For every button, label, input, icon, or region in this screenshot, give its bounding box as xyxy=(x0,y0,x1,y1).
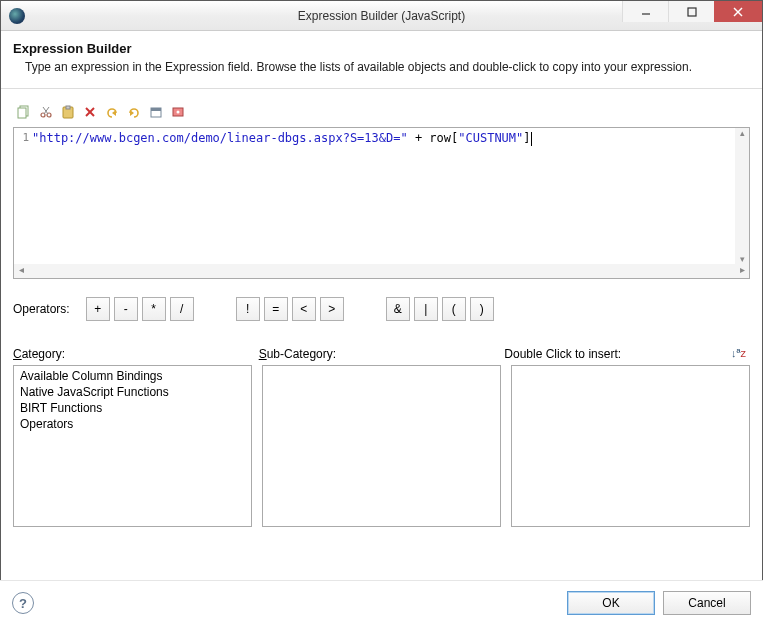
insert-label: Double Click to insert: ↓ªz xyxy=(504,347,750,361)
code-content[interactable]: "http://www.bcgen.com/demo/linear-dbgs.a… xyxy=(32,131,735,264)
validate-icon[interactable] xyxy=(169,103,187,121)
close-button[interactable] xyxy=(714,1,762,22)
subcategory-label: Sub-Category: xyxy=(259,347,505,361)
operators-label: Operators: xyxy=(13,302,70,316)
string-literal: "http://www.bcgen.com/demo/linear-dbgs.a… xyxy=(32,131,408,145)
undo-icon[interactable] xyxy=(103,103,121,121)
op-lparen[interactable]: ( xyxy=(442,297,466,321)
category-listbox[interactable]: Available Column BindingsNative JavaScri… xyxy=(13,365,252,527)
category-item[interactable]: Operators xyxy=(14,416,251,432)
category-item[interactable]: Available Column Bindings xyxy=(14,368,251,384)
svg-point-19 xyxy=(177,111,180,114)
dialog-header: Expression Builder Type an expression in… xyxy=(1,31,762,89)
editor-toolbar xyxy=(13,103,750,121)
list-labels-row: Category: Sub-Category: Double Click to … xyxy=(13,347,750,361)
cut-icon[interactable] xyxy=(37,103,55,121)
svg-marker-15 xyxy=(130,110,134,116)
svg-rect-5 xyxy=(18,108,26,118)
op-or[interactable]: | xyxy=(414,297,438,321)
copy-icon[interactable] xyxy=(15,103,33,121)
maximize-button[interactable] xyxy=(668,1,714,22)
redo-icon[interactable] xyxy=(125,103,143,121)
eclipse-icon xyxy=(9,8,25,24)
op-div[interactable]: / xyxy=(170,297,194,321)
text-caret xyxy=(531,132,532,146)
subcategory-listbox[interactable] xyxy=(262,365,501,527)
insert-listbox[interactable] xyxy=(511,365,750,527)
calendar-icon[interactable] xyxy=(147,103,165,121)
op-plus[interactable]: + xyxy=(86,297,110,321)
dialog-subtitle: Type an expression in the Expression fie… xyxy=(25,60,750,74)
ok-button[interactable]: OK xyxy=(567,591,655,615)
minimize-button[interactable] xyxy=(622,1,668,22)
operator-group-arith: + - * / xyxy=(86,297,194,321)
editor-vertical-scrollbar[interactable]: ▴▾ xyxy=(735,128,749,264)
op-mult[interactable]: * xyxy=(142,297,166,321)
dialog-title: Expression Builder xyxy=(13,41,750,56)
help-icon[interactable]: ? xyxy=(12,592,34,614)
field-literal: "CUSTNUM" xyxy=(458,131,523,145)
svg-rect-1 xyxy=(688,8,696,16)
op-minus[interactable]: - xyxy=(114,297,138,321)
code-tail: ] xyxy=(523,131,530,145)
category-item[interactable]: Native JavaScript Functions xyxy=(14,384,251,400)
line-number: 1 xyxy=(22,131,29,144)
cancel-button[interactable]: Cancel xyxy=(663,591,751,615)
line-gutter: 1 xyxy=(14,128,32,264)
svg-rect-17 xyxy=(151,108,161,111)
delete-icon[interactable] xyxy=(81,103,99,121)
operator-group-compare: ! = < > xyxy=(236,297,344,321)
dialog-footer: ? OK Cancel xyxy=(0,580,763,627)
code-plus-row: + row[ xyxy=(408,131,459,145)
op-gt[interactable]: > xyxy=(320,297,344,321)
operator-group-logic: & | ( ) xyxy=(386,297,494,321)
op-rparen[interactable]: ) xyxy=(470,297,494,321)
category-item[interactable]: BIRT Functions xyxy=(14,400,251,416)
paste-icon[interactable] xyxy=(59,103,77,121)
expression-editor[interactable]: 1 "http://www.bcgen.com/demo/linear-dbgs… xyxy=(13,127,750,279)
editor-horizontal-scrollbar[interactable]: ◂▸ xyxy=(14,264,749,278)
window-buttons xyxy=(622,1,762,30)
op-and[interactable]: & xyxy=(386,297,410,321)
sort-az-icon[interactable]: ↓ªz xyxy=(731,347,746,359)
titlebar: Expression Builder (JavaScript) xyxy=(1,1,762,31)
op-lt[interactable]: < xyxy=(292,297,316,321)
svg-marker-14 xyxy=(112,110,116,116)
category-label: Category: xyxy=(13,347,259,361)
lists-row: Available Column BindingsNative JavaScri… xyxy=(13,365,750,527)
op-not[interactable]: ! xyxy=(236,297,260,321)
operators-row: Operators: + - * / ! = < > & | ( ) xyxy=(13,297,750,321)
svg-rect-11 xyxy=(66,106,70,109)
op-eq[interactable]: = xyxy=(264,297,288,321)
